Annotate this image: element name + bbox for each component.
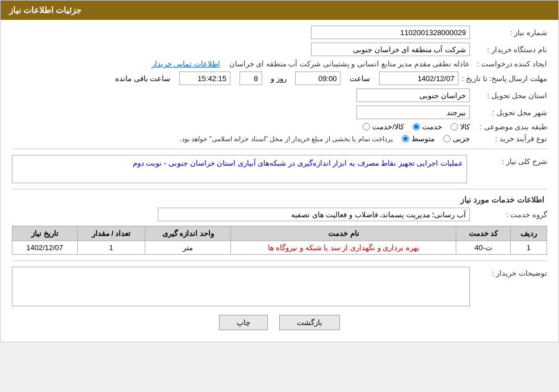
deadline-time-input[interactable] xyxy=(295,71,341,85)
col-code: کد خدمت xyxy=(456,226,511,241)
payment-text: پرداخت تمام یا بخشی از مبلغ خریدار از مح… xyxy=(180,135,393,143)
general-desc-label: شرح کلی نیاز : xyxy=(473,157,547,166)
category-label-2: خدمت xyxy=(422,123,442,131)
service-group-label: گروه خدمت : xyxy=(473,210,547,219)
purchase-label-1: جزیی xyxy=(453,134,470,143)
col-row: ردیف xyxy=(510,226,547,241)
purchase-option-1[interactable]: جزیی xyxy=(443,134,470,143)
deadline-row: مهلت ارسال پاسخ: تا تاریخ : ساعت روز و س… xyxy=(12,71,547,85)
buyer-org-row: نام دستگاه خریدار : xyxy=(12,43,547,56)
page-title: جزئیات اطلاعات نیاز xyxy=(9,5,81,15)
service-group-input[interactable] xyxy=(158,208,470,221)
contact-link[interactable]: اطلاعات تماس خریدار xyxy=(152,60,220,68)
creator-row: ایجاد کننده درخواست : عادله نطقی مقدم مد… xyxy=(12,60,547,68)
print-button[interactable]: چاپ xyxy=(219,315,268,330)
divider-2 xyxy=(12,189,547,189)
col-name: نام خدمت xyxy=(231,226,456,241)
city-row: شهر محل تحویل : xyxy=(12,106,547,119)
cell-code: ت-40 xyxy=(456,241,511,255)
service-group-row: گروه خدمت : xyxy=(12,208,547,221)
category-radio-3[interactable] xyxy=(363,123,370,130)
services-section-title: اطلاعات خدمات مورد نیاز xyxy=(12,195,547,204)
page-header: جزئیات اطلاعات نیاز xyxy=(1,1,558,20)
category-label-1: کالا xyxy=(460,123,470,131)
table-row: 1 ت-40 بهره برداری و نگهداری از سد یا شب… xyxy=(12,241,547,255)
cell-name: بهره برداری و نگهداری از سد یا شبکه و نی… xyxy=(231,241,456,255)
services-table: ردیف کد خدمت نام خدمت واحد اندازه گیری ت… xyxy=(12,226,547,255)
general-desc-row: شرح کلی نیاز : عملیات اجرایی تجهیز نقاط … xyxy=(12,155,547,183)
need-number-row: شماره نیاز : xyxy=(12,26,547,39)
services-table-body: 1 ت-40 بهره برداری و نگهداری از سد یا شب… xyxy=(12,241,547,255)
divider-1 xyxy=(12,149,547,149)
creator-label: ایجاد کننده درخواست : xyxy=(473,60,547,68)
purchase-radio-1[interactable] xyxy=(443,135,451,142)
main-container: جزئیات اطلاعات نیاز شماره نیاز : نام دست… xyxy=(0,0,559,342)
category-option-2[interactable]: خدمت xyxy=(413,123,442,131)
buyer-desc-label: توضیحات خریدار : xyxy=(473,269,547,277)
city-label: شهر محل تحویل : xyxy=(473,108,547,117)
buyer-org-input[interactable] xyxy=(311,43,470,56)
days-label: روز و xyxy=(271,74,287,83)
cell-qty: 1 xyxy=(77,241,145,255)
city-input[interactable] xyxy=(356,106,470,119)
purchase-type-row: نوع فرآیند خرید : جزیی متوسط پرداخت تمام… xyxy=(12,134,547,143)
remain-label: ساعت باقی مانده xyxy=(115,74,170,83)
need-number-input[interactable] xyxy=(311,26,470,39)
purchase-radio-2[interactable] xyxy=(402,135,409,142)
general-desc-value: عملیات اجرایی تجهیز نقاط مصرف به ابزار ا… xyxy=(12,155,467,183)
buyer-desc-textarea[interactable] xyxy=(12,267,470,306)
category-radio-group: کالا خدمت کالا/خدمت xyxy=(363,123,470,131)
cell-row: 1 xyxy=(510,241,547,255)
deadline-date-input[interactable] xyxy=(379,71,459,85)
cell-date: 1402/12/07 xyxy=(12,241,78,255)
deadline-days-input[interactable] xyxy=(239,71,262,85)
time-label: ساعت xyxy=(350,74,370,83)
col-qty: تعداد / مقدار xyxy=(77,226,145,241)
category-option-1[interactable]: کالا xyxy=(451,123,470,131)
back-button[interactable]: بازگشت xyxy=(279,315,340,330)
deadline-remain-input[interactable] xyxy=(179,71,230,85)
col-unit: واحد اندازه گیری xyxy=(145,226,231,241)
services-table-header: ردیف کد خدمت نام خدمت واحد اندازه گیری ت… xyxy=(12,226,547,241)
category-row: طبقه بندی موضوعی : کالا خدمت کالا/خدمت xyxy=(12,123,547,131)
province-label: استان محل تحویل : xyxy=(473,91,547,100)
purchase-radio-group: جزیی متوسط xyxy=(402,134,470,143)
need-number-label: شماره نیاز : xyxy=(473,28,547,37)
cell-unit: متر xyxy=(145,241,231,255)
buyer-desc-row: توضیحات خریدار : xyxy=(12,267,547,306)
category-label-3: کالا/خدمت xyxy=(372,123,404,131)
category-option-3[interactable]: کالا/خدمت xyxy=(363,123,404,131)
content-area: شماره نیاز : نام دستگاه خریدار : ایجاد ک… xyxy=(1,20,558,342)
purchase-option-2[interactable]: متوسط xyxy=(402,134,435,143)
province-row: استان محل تحویل : xyxy=(12,88,547,102)
buyer-org-label: نام دستگاه خریدار : xyxy=(473,45,547,54)
province-input[interactable] xyxy=(356,88,470,102)
divider-3 xyxy=(12,260,547,261)
button-row: بازگشت چاپ xyxy=(12,315,547,330)
purchase-label-2: متوسط xyxy=(411,134,435,143)
category-radio-1[interactable] xyxy=(451,123,458,130)
purchase-type-label: نوع فرآیند خرید : xyxy=(473,134,547,143)
col-date: تاریخ نیاز xyxy=(12,226,78,241)
deadline-label: مهلت ارسال پاسخ: تا تاریخ : xyxy=(462,74,547,83)
creator-value: عادله نطقی مقدم مدیر منابع انسانی و پشتی… xyxy=(229,60,470,68)
category-label: طبقه بندی موضوعی : xyxy=(473,123,547,131)
category-radio-2[interactable] xyxy=(413,123,420,130)
